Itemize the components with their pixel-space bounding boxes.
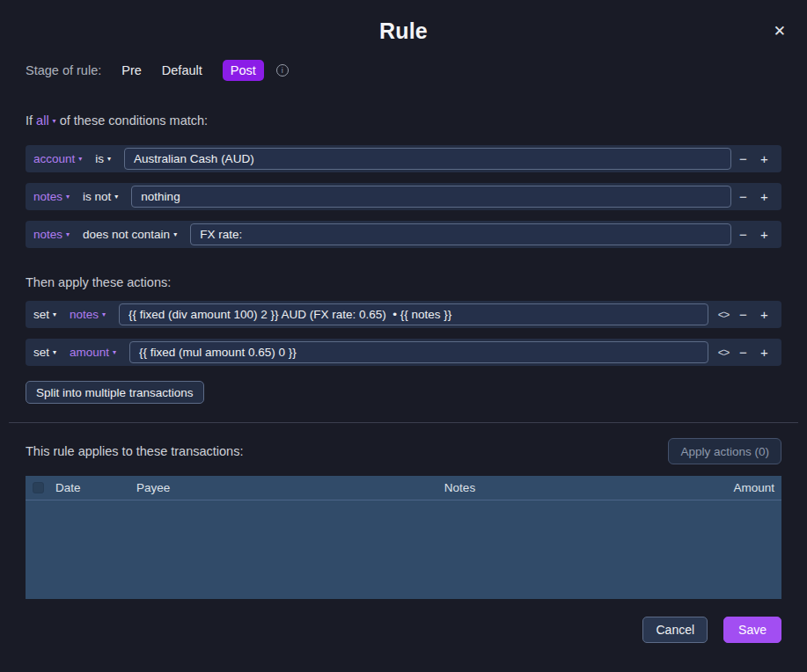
- remove-condition-button[interactable]: −: [734, 227, 752, 242]
- footer: Cancel Save: [0, 617, 807, 643]
- save-button[interactable]: Save: [723, 617, 781, 643]
- add-condition-button[interactable]: +: [755, 189, 774, 204]
- transactions-table: Date Payee Notes Amount: [26, 476, 781, 599]
- remove-action-button[interactable]: −: [734, 307, 752, 322]
- condition-field-select[interactable]: notes▾: [33, 228, 70, 241]
- condition-field-select[interactable]: notes▾: [33, 190, 70, 203]
- condition-field-select[interactable]: account▾: [33, 152, 82, 165]
- conditions-operator-select[interactable]: all▾: [36, 113, 56, 128]
- template-code-icon[interactable]: <>: [715, 347, 731, 359]
- column-header-notes: Notes: [277, 481, 642, 494]
- close-icon[interactable]: ✕: [774, 24, 786, 39]
- rule-modal: Rule ✕ Stage of rule: Pre Default Post i…: [0, 0, 807, 672]
- chevron-down-icon: ▾: [113, 348, 116, 356]
- transactions-heading: This rule applies to these transactions:: [26, 444, 243, 458]
- page-title: Rule: [0, 0, 807, 44]
- stage-option-pre[interactable]: Pre: [121, 63, 142, 77]
- chevron-down-icon: ▾: [66, 193, 70, 201]
- chevron-down-icon: ▾: [102, 310, 106, 318]
- stage-option-post[interactable]: Post: [223, 60, 264, 81]
- add-action-button[interactable]: +: [755, 307, 774, 322]
- chevron-down-icon: ▾: [53, 348, 56, 356]
- chevron-down-icon: ▾: [173, 230, 177, 238]
- stage-label: Stage of rule:: [26, 63, 101, 77]
- actions-heading: Then apply these actions:: [0, 275, 807, 289]
- info-icon: i: [276, 64, 289, 77]
- split-transactions-button[interactable]: Split into multiple transactions: [26, 381, 204, 404]
- apply-actions-button[interactable]: Apply actions (0): [668, 438, 781, 464]
- remove-condition-button[interactable]: −: [734, 189, 752, 204]
- column-header-date: Date: [55, 481, 136, 494]
- chevron-down-icon: ▾: [114, 193, 118, 201]
- condition-op-select[interactable]: is▾: [95, 152, 111, 165]
- remove-action-button[interactable]: −: [734, 345, 752, 360]
- conditions-list: account▾ is▾ − + notes▾ is not▾ − + note…: [0, 145, 807, 248]
- action-verb-select[interactable]: set▾: [33, 346, 56, 359]
- transactions-empty-body: [26, 500, 781, 598]
- chevron-down-icon: ▾: [107, 155, 111, 163]
- add-condition-button[interactable]: +: [755, 151, 774, 166]
- action-row: set▾ notes▾ <> − +: [26, 301, 781, 328]
- stage-option-default[interactable]: Default: [162, 63, 202, 77]
- chevron-down-icon: ▾: [78, 155, 82, 163]
- condition-op-select[interactable]: does not contain▾: [83, 228, 177, 241]
- add-action-button[interactable]: +: [755, 345, 774, 360]
- action-value-input[interactable]: [119, 303, 708, 325]
- column-header-payee: Payee: [136, 481, 277, 494]
- template-code-icon[interactable]: <>: [715, 309, 731, 321]
- condition-row: notes▾ is not▾ − +: [26, 183, 781, 210]
- conditions-heading: If all▾ of these conditions match:: [0, 113, 807, 128]
- add-condition-button[interactable]: +: [755, 227, 774, 242]
- condition-value-input[interactable]: [190, 223, 731, 245]
- select-all-checkbox[interactable]: [33, 482, 44, 493]
- condition-value-input[interactable]: [131, 186, 731, 208]
- column-header-amount: Amount: [642, 481, 774, 494]
- action-value-input[interactable]: [129, 341, 708, 363]
- conditions-suffix: of these conditions match:: [60, 113, 208, 128]
- remove-condition-button[interactable]: −: [734, 151, 752, 166]
- condition-row: notes▾ does not contain▾ − +: [26, 221, 781, 248]
- transactions-header-row: This rule applies to these transactions:…: [0, 438, 807, 464]
- action-field-select[interactable]: amount▾: [70, 346, 116, 359]
- actions-list: set▾ notes▾ <> − + set▾ amount▾ <> − +: [0, 301, 807, 366]
- condition-row: account▾ is▾ − +: [26, 145, 781, 172]
- action-row: set▾ amount▾ <> − +: [26, 339, 781, 366]
- action-field-select[interactable]: notes▾: [70, 308, 106, 321]
- condition-op-select[interactable]: is not▾: [83, 190, 118, 203]
- conditions-prefix: If: [26, 113, 33, 128]
- divider: [9, 422, 798, 423]
- action-verb-select[interactable]: set▾: [33, 308, 56, 321]
- chevron-down-icon: ▾: [53, 117, 56, 125]
- stage-row: Stage of rule: Pre Default Post i: [0, 60, 807, 81]
- condition-value-input[interactable]: [124, 148, 731, 170]
- transactions-table-header: Date Payee Notes Amount: [26, 476, 781, 500]
- cancel-button[interactable]: Cancel: [642, 617, 708, 643]
- chevron-down-icon: ▾: [53, 310, 56, 318]
- chevron-down-icon: ▾: [66, 230, 70, 238]
